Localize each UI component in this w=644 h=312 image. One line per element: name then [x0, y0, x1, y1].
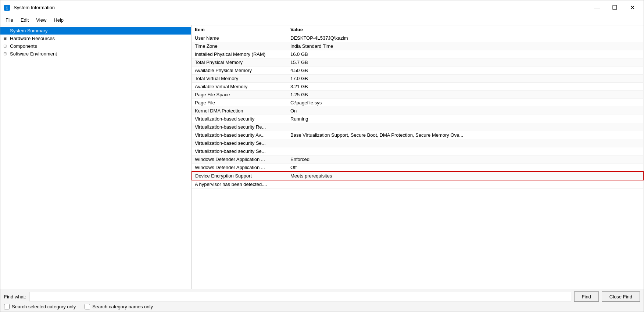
title-buttons: — ☐ ✕ [588, 2, 641, 14]
close-button[interactable]: ✕ [624, 2, 641, 14]
col-header-value: Value [287, 25, 643, 34]
table-row: Virtualization-based security Se... [192, 147, 643, 155]
table-row: Device Encryption SupportMeets prerequis… [192, 172, 643, 180]
table-row: User NameDESKTOP-4L537JQ\kazim [192, 34, 643, 42]
sidebar-item-label-software-environment: Software Environment [10, 51, 57, 57]
table-cell-value: Base Virtualization Support, Secure Boot… [287, 131, 643, 139]
table-cell-item: Windows Defender Application ... [192, 155, 287, 164]
table-row: Available Physical Memory4.50 GB [192, 67, 643, 75]
sidebar-item-software-environment[interactable]: ⊞ Software Environment [0, 50, 191, 58]
find-what-label: Find what: [4, 294, 26, 300]
table-row: Available Virtual Memory3.21 GB [192, 83, 643, 91]
table-cell-value: 1.25 GB [287, 91, 643, 99]
table-cell-value: DESKTOP-4L537JQ\kazim [287, 34, 643, 42]
main-window: i System Information — ☐ ✕ File Edit Vie… [0, 0, 644, 312]
table-cell-item: User Name [192, 34, 287, 42]
table-cell-item: Total Physical Memory [192, 58, 287, 67]
table-cell-value: 17.0 GB [287, 75, 643, 83]
table-cell-item: Total Virtual Memory [192, 75, 287, 83]
table-cell-item: Virtualization-based security Se... [192, 147, 287, 155]
table-row: Time ZoneIndia Standard Time [192, 42, 643, 50]
table-cell-value: Enforced [287, 155, 643, 164]
table-cell-value: Off [287, 164, 643, 172]
sidebar-item-components[interactable]: ⊞ Components [0, 42, 191, 50]
sidebar-item-label-system-summary: System Summary [10, 28, 48, 33]
find-input[interactable] [29, 292, 571, 301]
find-row: Find what: Find Close Find [4, 291, 640, 302]
find-bar: Find what: Find Close Find Search select… [0, 289, 644, 312]
table-cell-item: Device Encryption Support [192, 172, 287, 180]
search-category-names-checkbox[interactable] [85, 304, 90, 309]
table-row: Page FileC:\pagefile.sys [192, 99, 643, 107]
table-cell-value: India Standard Time [287, 42, 643, 50]
sidebar-item-system-summary[interactable]: System Summary [0, 27, 191, 35]
sidebar: System Summary ⊞ Hardware Resources ⊞ Co… [0, 25, 192, 289]
menu-edit[interactable]: Edit [17, 16, 32, 24]
table-row: Windows Defender Application ...Off [192, 164, 643, 172]
table-cell-value: 16.0 GB [287, 50, 643, 58]
table-cell-item: Installed Physical Memory (RAM) [192, 50, 287, 58]
table-cell-item: Windows Defender Application ... [192, 164, 287, 172]
menu-view[interactable]: View [32, 16, 50, 24]
checkbox-row: Search selected category only Search cat… [4, 304, 640, 309]
col-header-item: Item [192, 25, 287, 34]
expand-icon-components: ⊞ [3, 44, 8, 49]
menu-help[interactable]: Help [50, 16, 67, 24]
svg-text:i: i [6, 5, 8, 11]
table-cell-value: 4.50 GB [287, 67, 643, 75]
table-row: Virtualization-based security Av...Base … [192, 131, 643, 139]
search-selected-category-text: Search selected category only [12, 304, 76, 309]
table-cell-item: Page File [192, 99, 287, 107]
window-title: System Information [14, 5, 55, 10]
table-cell-value: C:\pagefile.sys [287, 99, 643, 107]
app-icon: i [3, 4, 11, 11]
search-selected-category-checkbox[interactable] [4, 304, 10, 309]
sidebar-item-hardware-resources[interactable]: ⊞ Hardware Resources [0, 35, 191, 42]
expand-icon-hardware: ⊞ [3, 36, 8, 41]
search-selected-category-label[interactable]: Search selected category only [4, 304, 76, 309]
search-category-names-text: Search category names only [92, 304, 153, 309]
main-panel: Item Value User NameDESKTOP-4L537JQ\kazi… [192, 25, 644, 289]
title-bar: i System Information — ☐ ✕ [0, 0, 644, 15]
title-bar-left: i System Information [3, 4, 55, 11]
table-cell-item: Virtualization-based security Se... [192, 139, 287, 147]
table-cell-item: Virtualization-based security [192, 115, 287, 123]
table-cell-item: A hypervisor has been detected.... [192, 180, 287, 189]
expand-icon-software: ⊞ [3, 51, 8, 56]
sidebar-item-label-components: Components [10, 43, 37, 49]
table-cell-value: 15.7 GB [287, 58, 643, 67]
table-cell-item: Time Zone [192, 42, 287, 50]
table-cell-value [287, 180, 643, 189]
table-row: A hypervisor has been detected.... [192, 180, 643, 189]
table-cell-item: Page File Space [192, 91, 287, 99]
content-area: System Summary ⊞ Hardware Resources ⊞ Co… [0, 25, 644, 289]
table-cell-value: 3.21 GB [287, 83, 643, 91]
table-row: Virtualization-based security Re... [192, 123, 643, 131]
maximize-button[interactable]: ☐ [606, 2, 623, 14]
table-cell-value: Meets prerequisites [287, 172, 643, 180]
table-row: Virtualization-based security Se... [192, 139, 643, 147]
table-cell-item: Available Physical Memory [192, 67, 287, 75]
table-cell-item: Available Virtual Memory [192, 83, 287, 91]
table-row: Total Virtual Memory17.0 GB [192, 75, 643, 83]
find-button[interactable]: Find [574, 291, 599, 302]
table-cell-value [287, 123, 643, 131]
table-cell-value [287, 147, 643, 155]
table-row: Page File Space1.25 GB [192, 91, 643, 99]
menu-bar: File Edit View Help [0, 15, 644, 25]
table-cell-item: Virtualization-based security Av... [192, 131, 287, 139]
sidebar-item-label-hardware-resources: Hardware Resources [10, 36, 55, 41]
table-area[interactable]: Item Value User NameDESKTOP-4L537JQ\kazi… [192, 25, 644, 289]
info-table: Item Value User NameDESKTOP-4L537JQ\kazi… [192, 25, 644, 189]
search-category-names-label[interactable]: Search category names only [85, 304, 153, 309]
table-cell-value: On [287, 107, 643, 115]
menu-file[interactable]: File [2, 16, 17, 24]
table-cell-value: Running [287, 115, 643, 123]
table-cell-item: Virtualization-based security Re... [192, 123, 287, 131]
table-cell-item: Kernel DMA Protection [192, 107, 287, 115]
table-row: Total Physical Memory15.7 GB [192, 58, 643, 67]
close-find-button[interactable]: Close Find [602, 291, 640, 302]
table-cell-value [287, 139, 643, 147]
minimize-button[interactable]: — [588, 2, 605, 14]
table-row: Installed Physical Memory (RAM)16.0 GB [192, 50, 643, 58]
